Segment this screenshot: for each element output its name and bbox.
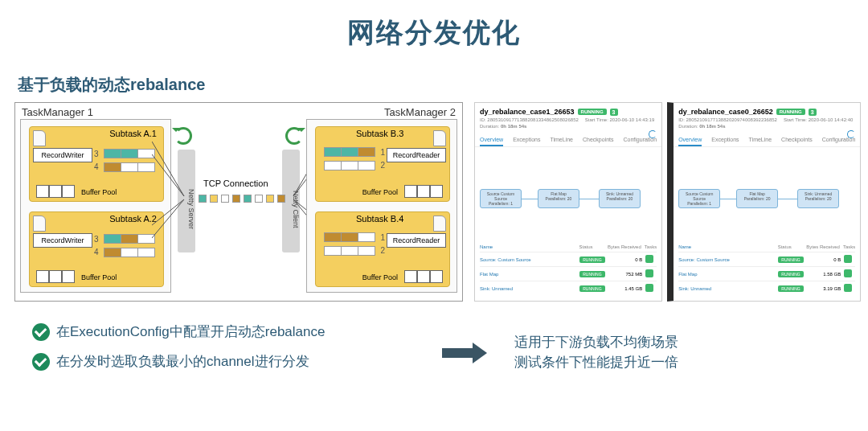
dashboard-case1: dy_rebalance_case1_26653 RUNNING 3 ID: 2… [474,102,662,302]
graph-node-sink[interactable]: Sink: UnnamedParallelism: 20 [797,189,839,208]
tab-checkpoints[interactable]: Checkpoints [583,137,614,146]
count-badge: 3 [809,109,817,116]
footer-summary: 适用于下游负载不均衡场景 测试条件下性能提升近一倍 [514,332,678,373]
buffer-pool-icon [404,270,443,283]
job-table: Name Status Bytes Received Tasks Source:… [674,242,860,295]
document-icon [433,130,446,146]
record-writer: RecordWriter [33,233,92,248]
buffer-pool-icon [404,185,443,198]
buffer-pool-label: Buffer Pool [81,188,117,196]
tab-overview[interactable]: Overview [480,137,503,146]
tab-exceptions[interactable]: Exceptions [513,137,540,146]
tab-checkpoints[interactable]: Checkpoints [781,137,813,146]
channel-3: 3 [94,150,99,158]
subtask-b3-title: Subtask B.3 [356,129,403,138]
netty-server: Netty Server [178,150,195,252]
table-row[interactable]: Sink: Unnamed RUNNING 3.19 GB [678,281,855,295]
task-manager-2: Subtask B.3 RecordReader 1 2 Buffer Pool… [306,119,457,293]
buffer-stripe [324,232,375,242]
buffer-pool-label: Buffer Pool [362,273,398,281]
graph-node-source[interactable]: Source Custom SourceParallelism: 1 [678,189,720,208]
table-row[interactable]: Flat Map RUNNING 1.58 GB [678,266,855,281]
meta-id: ID: 2805210917713882020974008392236852 [678,117,777,122]
channel-2: 2 [380,161,385,170]
subtask-a2: Subtask A.2 RecordWriter 3 4 Buffer Pool [29,211,164,287]
buffer-stripe [104,149,155,158]
graph-node-flatmap[interactable]: Flat MapParallelism: 20 [538,189,579,208]
tcp-connection-label: TCP Connection [203,179,268,188]
channel-4: 4 [94,248,99,257]
buffer-pool-label: Buffer Pool [362,188,398,196]
document-icon [33,216,46,232]
col-bytes: Bytes Received [604,244,641,249]
task-badge-icon [844,269,852,277]
table-row[interactable]: Source: Custom Source RUNNING 0 B [480,252,657,266]
col-tasks: Tasks [843,244,855,249]
buffer-stripe [104,162,155,172]
subtask-a1-title: Subtask A.1 [109,129,157,138]
subtask-b3: Subtask B.3 RecordReader 1 2 Buffer Pool [315,126,450,202]
table-row[interactable]: Source: Custom Source RUNNING 0 B [678,252,855,266]
count-badge: 3 [610,109,618,116]
buffer-pool-icon [36,185,75,198]
buffer-stripe [104,248,155,257]
graph-node-sink[interactable]: Sink: UnnamedParallelism: 20 [599,189,641,208]
bullet-point-1: 在ExecutionConfig中配置开启动态rebalance [32,322,418,341]
tab-timeline[interactable]: TimeLine [749,137,772,146]
meta-duration: Duration: 0h 18m 54s [480,124,526,129]
task-badge-icon [645,269,653,277]
col-tasks: Tasks [645,244,657,249]
main-title: 网络分发优化 [0,14,868,51]
table-row[interactable]: Sink: Unnamed RUNNING 1.45 GB [480,281,657,295]
job-table: Name Status Bytes Received Tasks Source:… [475,242,661,295]
task-badge-icon [645,284,653,292]
meta-id: ID: 2805310917713882081334862508026852 [480,117,579,122]
table-row[interactable]: Flat Map RUNNING 752 MB [480,266,657,281]
tcp-stream-icon [199,195,285,203]
buffer-stripe [324,161,375,170]
tab-timeline[interactable]: TimeLine [550,137,573,146]
buffer-stripe [324,246,375,256]
buffer-pool-label: Buffer Pool [81,273,117,281]
meta-start: Start Time: 2020-06-10 14:42:40 [784,117,853,122]
document-icon [33,130,46,146]
job-graph: Source Custom SourceParallelism: 1 Flat … [480,163,657,236]
check-icon [32,323,50,341]
subtask-b4-title: Subtask B.4 [356,214,403,224]
status-badge: RUNNING [578,109,607,115]
subtask-b4: Subtask B.4 RecordReader 1 2 Buffer Pool [315,211,450,287]
tm1-label: TaskManager 1 [22,106,93,118]
tabs[interactable]: Overview Exceptions TimeLine Checkpoints… [475,133,661,147]
graph-node-source[interactable]: Source Custom SourceParallelism: 1 [480,189,522,208]
tab-overview[interactable]: Overview [678,137,702,146]
subtitle: 基于负载的动态rebalance [18,74,868,96]
recycle-icon [174,127,192,145]
dashboard-case0: dy_rebalance_case0_26652 RUNNING 3 ID: 2… [667,102,861,302]
tab-exceptions[interactable]: Exceptions [711,137,739,146]
check-icon [32,353,50,371]
channel-1: 1 [380,233,385,242]
bullet-point-2: 在分发时选取负载最小的channel进行分发 [32,352,418,371]
arrow-right-icon [442,345,490,359]
footer: 在ExecutionConfig中配置开启动态rebalance 在分发时选取负… [0,302,868,382]
subtask-a1: Subtask A.1 RecordWriter 3 4 Buffer Pool [29,126,164,202]
col-name: Name [480,244,579,249]
architecture-diagram: TaskManager 1 TaskManager 2 Subtask A.1 … [14,102,463,302]
task-badge-icon [844,255,852,263]
task-manager-1: Subtask A.1 RecordWriter 3 4 Buffer Pool… [20,119,171,293]
col-status: Status [778,244,803,249]
document-icon [433,216,446,232]
job-name: dy_rebalance_case0_26652 [678,108,773,116]
record-writer: RecordWriter [33,148,92,162]
channel-1: 1 [380,148,385,157]
status-badge: RUNNING [776,109,805,115]
dashboards: dy_rebalance_case1_26653 RUNNING 3 ID: 2… [474,102,861,302]
channel-2: 2 [380,246,385,255]
record-reader: RecordReader [387,233,446,248]
meta-duration: Duration: 0h 18m 54s [678,124,725,129]
task-badge-icon [645,255,653,263]
subtask-a2-title: Subtask A.2 [109,214,157,224]
col-bytes: Bytes Received [803,244,840,249]
graph-node-flatmap[interactable]: Flat MapParallelism: 20 [736,189,778,208]
tabs[interactable]: Overview Exceptions TimeLine Checkpoints… [674,133,860,147]
